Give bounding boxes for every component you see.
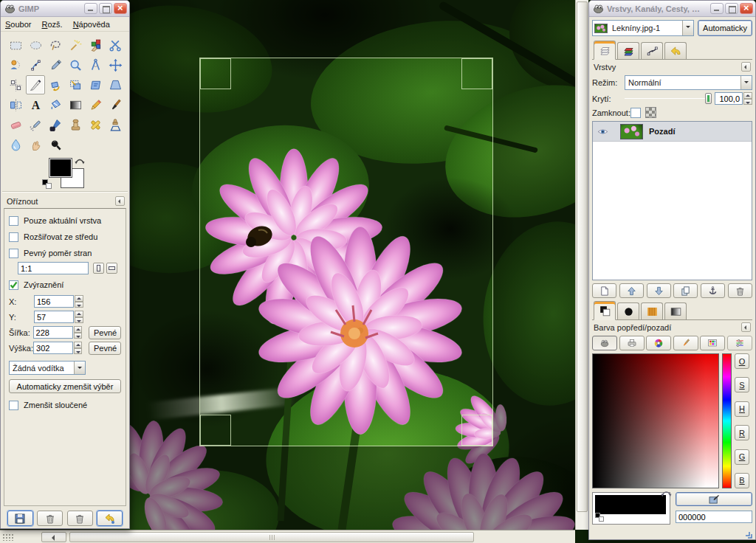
default-colors-icon[interactable] — [595, 513, 604, 522]
tool-fuzzy-select[interactable] — [66, 35, 85, 55]
canvas-vscrollbar[interactable] — [575, 0, 588, 530]
restore-options-button[interactable] — [37, 511, 63, 526]
width-fixed-button[interactable]: Pevné — [89, 326, 121, 339]
tool-paths[interactable] — [26, 55, 45, 75]
raise-layer-button[interactable] — [619, 283, 644, 298]
menu-napoveda[interactable]: Nápověda — [73, 20, 110, 29]
shrink-merged-checkbox[interactable] — [9, 401, 18, 410]
palette-selector-button[interactable] — [700, 336, 725, 350]
tool-measure[interactable] — [86, 55, 105, 75]
x-spinner[interactable] — [75, 295, 83, 308]
auto-follow-button[interactable]: Automaticky — [698, 20, 752, 36]
tool-foreground-select[interactable] — [6, 55, 25, 75]
crop-handle-bottom-left[interactable] — [200, 415, 231, 446]
tool-smudge[interactable] — [26, 135, 45, 154]
crop-height-input[interactable] — [33, 342, 73, 354]
crop-y-input[interactable] — [34, 311, 74, 323]
fg-bg-swatch-block[interactable] — [592, 492, 670, 525]
tool-flip[interactable] — [6, 95, 25, 114]
tool-bucket-fill[interactable] — [46, 95, 65, 114]
guides-dropdown[interactable]: Žádná vodítka — [9, 361, 86, 375]
opacity-input[interactable] — [715, 92, 743, 105]
tab-gradients[interactable] — [664, 302, 687, 319]
tool-shear[interactable] — [86, 75, 105, 94]
tool-rect-select[interactable] — [6, 35, 25, 55]
crop-width-input[interactable] — [33, 326, 73, 339]
swap-colors-icon[interactable] — [661, 488, 672, 498]
tool-crop[interactable] — [26, 75, 45, 94]
tab-channels[interactable] — [617, 42, 639, 59]
menu-soubor[interactable]: Soubor — [5, 20, 31, 29]
tool-ink[interactable] — [46, 115, 65, 134]
lock-checkbox[interactable] — [630, 108, 641, 118]
collapse-button[interactable] — [115, 196, 125, 206]
delete-options-button[interactable] — [67, 511, 93, 526]
cmyk-selector-button[interactable] — [619, 336, 645, 350]
tab-paths[interactable] — [641, 42, 663, 59]
minimize-button[interactable] — [84, 3, 97, 14]
highlight-checkbox[interactable] — [9, 280, 18, 290]
collapse-button[interactable] — [741, 322, 751, 332]
default-colors-icon[interactable] — [42, 179, 52, 189]
close-button[interactable] — [740, 3, 753, 14]
tool-dodge-burn[interactable] — [46, 135, 65, 154]
crop-handle-bottom-right[interactable] — [461, 415, 492, 446]
tab-layers[interactable] — [594, 41, 616, 60]
hex-color-input[interactable] — [676, 511, 752, 523]
tool-blend[interactable] — [66, 95, 85, 114]
tab-fg-bg-color[interactable] — [594, 301, 616, 320]
image-selector-dropdown[interactable]: Lekníny.jpg-1 — [592, 20, 694, 36]
tool-ellipse-select[interactable] — [26, 35, 45, 55]
tool-eraser[interactable] — [6, 115, 25, 134]
saturation-value-square[interactable] — [592, 353, 719, 488]
channel-s-button[interactable]: S — [735, 377, 749, 392]
collapse-button[interactable] — [741, 62, 751, 72]
new-layer-button[interactable] — [592, 283, 616, 298]
channel-g-button[interactable]: G — [735, 449, 749, 465]
crop-handle-top-right[interactable] — [461, 58, 492, 89]
maximize-button[interactable] — [99, 3, 112, 14]
maximize-button[interactable] — [725, 3, 738, 14]
hscroll-thumb[interactable] — [69, 532, 474, 542]
tab-patterns[interactable] — [641, 302, 663, 319]
opacity-spinner[interactable] — [743, 92, 752, 105]
current-layer-checkbox[interactable] — [9, 216, 18, 226]
tool-free-select[interactable] — [46, 35, 65, 55]
visibility-eye-icon[interactable] — [595, 128, 610, 136]
vscroll-thumb[interactable] — [577, 1, 588, 512]
channel-h-button[interactable]: H — [735, 401, 749, 417]
tool-clone[interactable] — [66, 115, 85, 134]
toolbox-titlebar[interactable]: GIMP — [1, 1, 129, 17]
tool-text[interactable]: A — [26, 95, 45, 114]
tool-pencil[interactable] — [86, 95, 105, 114]
scales-selector-button[interactable] — [727, 336, 752, 350]
color-wheel-selector-button[interactable] — [646, 336, 671, 350]
lock-alpha-icon[interactable] — [645, 107, 656, 118]
crop-handle-top-left[interactable] — [200, 58, 231, 89]
foreground-color-swatch[interactable] — [595, 495, 666, 514]
lower-layer-button[interactable] — [647, 283, 671, 298]
channel-r-button[interactable]: R — [735, 425, 749, 440]
dock-titlebar[interactable]: Vrstvy, Kanály, Cesty, … — [589, 1, 755, 17]
height-spinner[interactable] — [74, 342, 82, 354]
tool-scissors-select[interactable] — [106, 35, 125, 55]
tool-paintbrush[interactable] — [106, 95, 125, 114]
tab-brushes[interactable] — [617, 302, 639, 319]
anchor-layer-button[interactable] — [701, 283, 725, 298]
close-button[interactable] — [114, 3, 127, 14]
tool-zoom[interactable] — [66, 55, 85, 75]
tool-airbrush[interactable] — [26, 115, 45, 134]
auto-shrink-button[interactable]: Automaticky zmenšit výběr — [9, 379, 121, 393]
channel-b-button[interactable]: B — [735, 473, 749, 488]
menu-rozs[interactable]: Rozš. — [41, 20, 62, 29]
landscape-orientation-button[interactable] — [106, 263, 117, 274]
duplicate-layer-button[interactable] — [673, 283, 698, 298]
portrait-orientation-button[interactable] — [93, 263, 104, 274]
hue-strip[interactable] — [722, 353, 732, 488]
fixed-ratio-checkbox[interactable] — [9, 249, 18, 258]
save-options-button[interactable] — [7, 511, 33, 526]
width-spinner[interactable] — [74, 326, 82, 339]
tool-align[interactable] — [6, 75, 25, 94]
tool-move[interactable] — [106, 55, 125, 75]
expand-from-center-checkbox[interactable] — [9, 232, 18, 242]
